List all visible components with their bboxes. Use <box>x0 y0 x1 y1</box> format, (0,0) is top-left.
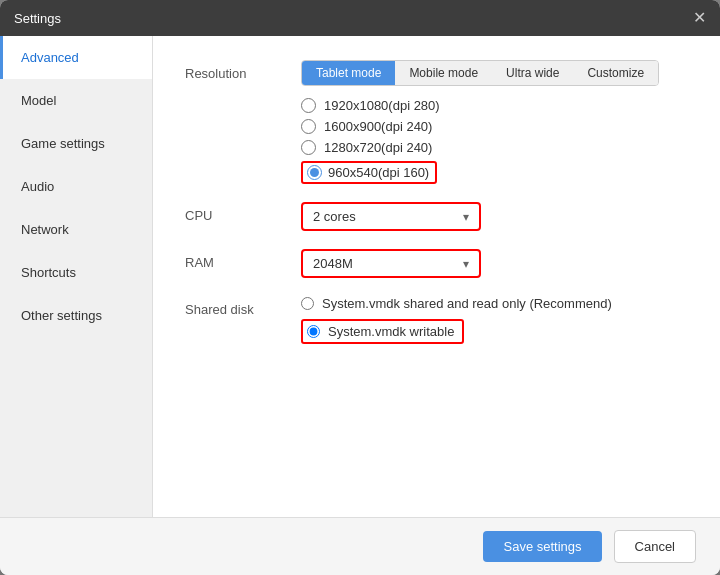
dialog-body: Advanced Model Game settings Audio Netwo… <box>0 36 720 517</box>
shared-disk-row: Shared disk System.vmdk shared and read … <box>185 296 688 344</box>
sidebar-item-shortcuts[interactable]: Shortcuts <box>0 251 152 294</box>
title-bar: Settings ✕ <box>0 0 720 36</box>
cpu-select-arrow: ▾ <box>463 210 469 224</box>
sidebar-item-advanced[interactable]: Advanced <box>0 36 152 79</box>
shared-disk-option-0: System.vmdk shared and read only (Recomm… <box>301 296 688 311</box>
sidebar-item-other-settings[interactable]: Other settings <box>0 294 152 337</box>
shared-disk-option-1: System.vmdk writable <box>301 319 688 344</box>
shared-disk-radio-0[interactable] <box>301 297 314 310</box>
sidebar-item-label: Model <box>21 93 56 108</box>
resolution-radio-2[interactable] <box>301 140 316 155</box>
resolution-tab-group: Tablet mode Mobile mode Ultra wide Custo… <box>301 60 659 86</box>
resolution-radio-3[interactable] <box>307 165 322 180</box>
sidebar-item-label: Game settings <box>21 136 105 151</box>
settings-section: Resolution Tablet mode Mobile mode Ultra… <box>185 60 688 344</box>
sidebar-item-label: Network <box>21 222 69 237</box>
main-content: Resolution Tablet mode Mobile mode Ultra… <box>153 36 720 517</box>
dialog-title: Settings <box>14 11 61 26</box>
close-button[interactable]: ✕ <box>693 10 706 26</box>
sidebar: Advanced Model Game settings Audio Netwo… <box>0 36 153 517</box>
shared-disk-label: Shared disk <box>185 296 285 317</box>
ram-content: 2048M ▾ <box>301 249 688 278</box>
shared-disk-options: System.vmdk shared and read only (Recomm… <box>301 296 688 344</box>
sidebar-item-network[interactable]: Network <box>0 208 152 251</box>
ram-select-arrow: ▾ <box>463 257 469 271</box>
resolution-label: Resolution <box>185 60 285 81</box>
tab-ultra-wide[interactable]: Ultra wide <box>492 61 573 85</box>
resolution-radio-1[interactable] <box>301 119 316 134</box>
ram-label: RAM <box>185 249 285 270</box>
cancel-button[interactable]: Cancel <box>614 530 696 563</box>
resolution-option-0: 1920x1080(dpi 280) <box>301 98 688 113</box>
ram-select[interactable]: 2048M ▾ <box>301 249 481 278</box>
resolution-option-3: 960x540(dpi 160) <box>301 161 688 184</box>
shared-disk-radio-1[interactable] <box>307 325 320 338</box>
shared-disk-option-1-highlighted: System.vmdk writable <box>301 319 464 344</box>
sidebar-item-audio[interactable]: Audio <box>0 165 152 208</box>
ram-row: RAM 2048M ▾ <box>185 249 688 278</box>
tab-customize[interactable]: Customize <box>573 61 658 85</box>
sidebar-item-label: Advanced <box>21 50 79 65</box>
cpu-row: CPU 2 cores ▾ <box>185 202 688 231</box>
dialog-footer: Save settings Cancel <box>0 517 720 575</box>
cpu-select[interactable]: 2 cores ▾ <box>301 202 481 231</box>
settings-dialog: Settings ✕ Advanced Model Game settings … <box>0 0 720 575</box>
sidebar-item-label: Shortcuts <box>21 265 76 280</box>
cpu-label: CPU <box>185 202 285 223</box>
cpu-content: 2 cores ▾ <box>301 202 688 231</box>
sidebar-item-model[interactable]: Model <box>0 79 152 122</box>
resolution-content: Tablet mode Mobile mode Ultra wide Custo… <box>301 60 688 184</box>
resolution-row: Resolution Tablet mode Mobile mode Ultra… <box>185 60 688 184</box>
tab-mobile-mode[interactable]: Mobile mode <box>395 61 492 85</box>
save-settings-button[interactable]: Save settings <box>483 531 601 562</box>
resolution-option-3-highlighted: 960x540(dpi 160) <box>301 161 437 184</box>
tab-tablet-mode[interactable]: Tablet mode <box>302 61 395 85</box>
resolution-option-1: 1600x900(dpi 240) <box>301 119 688 134</box>
resolution-radio-0[interactable] <box>301 98 316 113</box>
sidebar-item-label: Other settings <box>21 308 102 323</box>
sidebar-item-game-settings[interactable]: Game settings <box>0 122 152 165</box>
shared-disk-content: System.vmdk shared and read only (Recomm… <box>301 296 688 344</box>
resolution-option-2: 1280x720(dpi 240) <box>301 140 688 155</box>
sidebar-item-label: Audio <box>21 179 54 194</box>
